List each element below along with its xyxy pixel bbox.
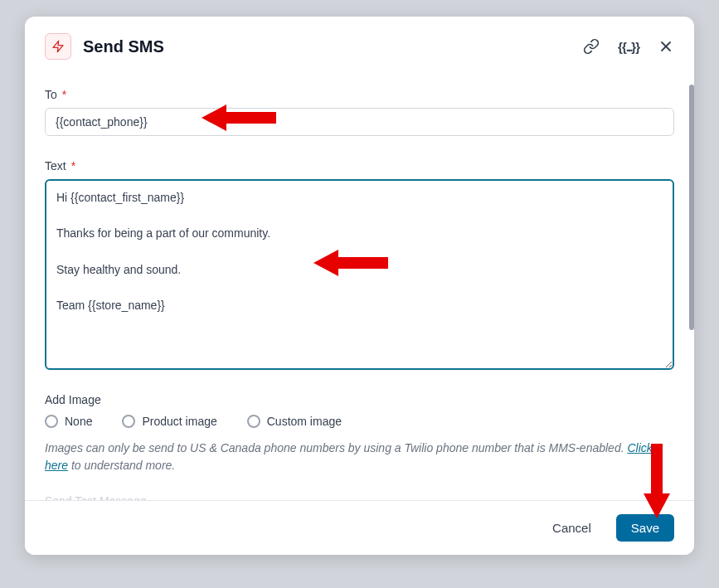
close-icon[interactable] [658,38,674,55]
svg-marker-0 [53,41,63,51]
radio-none[interactable]: None [45,415,92,428]
modal-body: To* Text* Add Image None Product image [25,68,694,500]
radio-circle [247,415,260,428]
helper-suffix: to understand more. [68,459,175,472]
modal-title: Send SMS [83,37,583,56]
lightning-icon [45,33,71,60]
radio-circle [122,415,135,428]
cancel-button[interactable]: Cancel [537,514,606,542]
radio-custom-label: Custom image [267,415,342,428]
radio-custom[interactable]: Custom image [247,415,342,428]
scrollbar[interactable] [689,85,694,330]
add-image-group: Add Image None Product image Custom imag… [45,393,674,474]
radio-circle [45,415,58,428]
helper-prefix: Images can only be send to US & Canada p… [45,441,627,454]
to-input[interactable] [45,108,674,136]
modal-header: Send SMS {{...}} [25,17,694,68]
radio-product[interactable]: Product image [122,415,216,428]
radio-product-label: Product image [142,415,216,428]
required-asterisk: * [62,88,66,101]
send-test-label: Send Test Message [45,494,674,500]
header-actions: {{...}} [583,38,674,55]
text-label-text: Text [45,159,66,173]
image-helper-text: Images can only be send to US & Canada p… [45,440,674,474]
required-asterisk: * [71,159,75,173]
modal-footer: Cancel Save [25,500,694,555]
variables-icon[interactable]: {{...}} [618,40,639,54]
to-label: To* [45,88,674,101]
image-radio-row: None Product image Custom image [45,415,674,428]
to-field-group: To* [45,88,674,136]
link-icon[interactable] [583,38,600,55]
send-sms-modal: Send SMS {{...}} To* Text* Add Image [25,17,694,555]
save-button[interactable]: Save [616,514,674,542]
text-textarea[interactable] [45,179,674,370]
to-label-text: To [45,88,57,101]
text-field-group: Text* [45,159,674,373]
radio-none-label: None [65,415,92,428]
text-label: Text* [45,159,674,173]
add-image-label: Add Image [45,393,674,406]
